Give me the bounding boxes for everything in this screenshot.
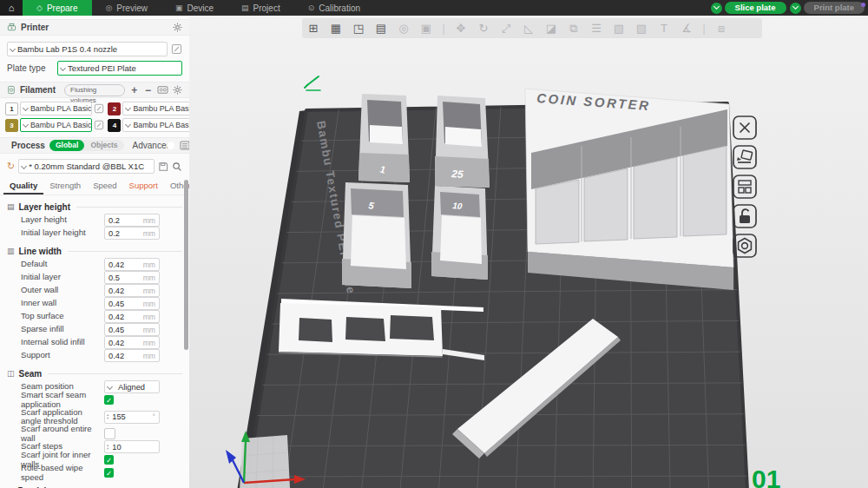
home-button[interactable]: ⌂ — [0, 0, 23, 16]
printer-settings-gear-icon[interactable] — [173, 23, 182, 32]
setting-row: Default0.42mm — [0, 258, 189, 271]
filament-dropdown[interactable]: Bambu PLA Basic — [20, 118, 92, 132]
cut-icon[interactable]: ◪ — [540, 22, 562, 35]
model-coin-bin-25[interactable]: 25 — [435, 96, 490, 188]
process-section-header[interactable]: Process Global Objects Advanced — [0, 137, 189, 154]
print-dropdown-button[interactable] — [790, 3, 801, 14]
value-input[interactable]: 0.42mm — [104, 284, 160, 297]
auto-orient-icon[interactable]: ◳ — [347, 22, 370, 35]
process-tab-support[interactable]: Support — [123, 178, 164, 195]
process-tab-strength[interactable]: Strength — [43, 178, 87, 195]
tab-label: Project — [253, 3, 280, 13]
orient-all-button[interactable] — [731, 143, 759, 170]
filament-color-chip[interactable]: 3 — [5, 119, 18, 132]
edit-plate-name-icon[interactable] — [305, 76, 320, 90]
delete-plate-button[interactable] — [731, 114, 759, 141]
3d-scene[interactable]: Bambu Textured PEI Plate 1 25 — [189, 16, 868, 488]
variable-layer-height-icon[interactable]: ☰ — [585, 22, 608, 35]
tab-calibration[interactable]: ⊙Calibration — [294, 0, 374, 16]
assembly-view-icon[interactable]: ⧈ — [710, 22, 733, 36]
process-tab-speed[interactable]: Speed — [87, 178, 122, 195]
filament-color-chip[interactable]: 2 — [108, 102, 121, 115]
edit-filament-icon[interactable] — [94, 103, 104, 114]
lay-on-face-icon[interactable]: ◺ — [517, 22, 540, 35]
add-plate-icon[interactable]: ▦ — [325, 22, 347, 35]
value-input[interactable]: 0.42mm — [104, 310, 160, 323]
value-input[interactable]: 0.42mm — [104, 258, 160, 271]
rotate-icon[interactable]: ↻ — [472, 22, 495, 35]
slice-plate-button[interactable]: Slice plate — [725, 2, 786, 14]
value-input[interactable]: 0.2mm — [104, 214, 160, 227]
3d-viewport[interactable]: ⊞▦◳▤◎▣|✥↻⤢◺◪⧉☰▧▨T∡|⧈ Bambu Textured PEI … — [189, 16, 868, 488]
group-header-seam[interactable]: ◫Seam — [0, 366, 189, 380]
edit-printer-preset-icon[interactable] — [171, 43, 182, 55]
value-input[interactable]: 0.45mm — [104, 297, 160, 310]
add-filament-button[interactable]: + — [129, 84, 139, 96]
arrange-icon[interactable]: ▤ — [370, 22, 392, 35]
printer-section-header[interactable]: Printer — [0, 19, 189, 36]
remove-filament-button[interactable]: − — [143, 84, 153, 96]
scope-objects[interactable]: Objects — [84, 140, 123, 151]
tab-device[interactable]: ▣Device — [161, 0, 227, 16]
filament-color-chip[interactable]: 1 — [5, 102, 18, 115]
ams-sync-icon[interactable] — [157, 85, 168, 95]
model-coin-bin-10[interactable]: 10 — [431, 186, 488, 280]
scale-icon[interactable]: ⤢ — [495, 22, 517, 36]
move-icon[interactable]: ✥ — [450, 22, 472, 35]
model-coin-bin-1[interactable]: 1 — [358, 94, 410, 182]
value-input[interactable]: 0.45mm — [104, 323, 160, 336]
add-model-icon[interactable]: ⊞ — [302, 22, 325, 35]
color-paint-icon[interactable]: ▨ — [630, 22, 653, 35]
setting-value: 0.2 — [105, 229, 143, 238]
filament-dropdown[interactable]: Bambu PLA Basic — [122, 118, 190, 132]
value-input[interactable]: 0.5mm — [104, 271, 160, 284]
filament-section-header[interactable]: Filament Flushing volumes + − — [0, 82, 189, 98]
plate-settings-button[interactable] — [731, 232, 759, 259]
checkbox[interactable] — [104, 428, 115, 439]
plate-type-dropdown[interactable]: Textured PEI Plate — [57, 61, 182, 76]
print-plate-button[interactable]: Print plate — [804, 2, 865, 14]
filament-dropdown[interactable]: Bambu PLA Basic — [20, 102, 92, 115]
process-preset-dropdown[interactable]: * 0.20mm Standard @BBL X1C — [18, 159, 155, 174]
value-input[interactable]: 0.2mm — [104, 227, 160, 240]
sidebar-scrollbar[interactable] — [184, 180, 188, 350]
value-input[interactable]: ▴▾10 — [104, 440, 160, 453]
split-to-objects-icon[interactable]: ◎ — [392, 22, 415, 35]
lock-plate-button[interactable] — [731, 202, 759, 229]
model-coin-sorter[interactable]: COIN SORTER — [525, 89, 733, 290]
model-coin-bin-5[interactable]: 5 — [342, 182, 411, 288]
setting-unit: mm — [143, 326, 159, 334]
tab-project[interactable]: ▤Project — [227, 0, 294, 16]
filament-color-chip[interactable]: 4 — [108, 119, 121, 132]
dropdown[interactable]: Aligned — [104, 380, 160, 393]
value-input[interactable]: ▴▾155° — [104, 411, 160, 424]
tab-prepare[interactable]: ◇Prepare — [23, 0, 92, 16]
checkbox[interactable]: ✓ — [104, 455, 114, 465]
arrange-plate-button[interactable] — [731, 173, 759, 200]
slice-dropdown-button[interactable] — [711, 3, 722, 14]
group-header-layer-height[interactable]: ▤Layer height — [0, 200, 189, 214]
filament-settings-gear-icon[interactable] — [173, 85, 182, 95]
refresh-preset-icon[interactable]: ↻ — [7, 161, 15, 172]
split-to-parts-icon[interactable]: ▣ — [415, 22, 437, 35]
value-input[interactable]: 0.42mm — [104, 349, 160, 362]
tab-preview[interactable]: ◎Preview — [92, 0, 161, 16]
edit-filament-icon[interactable] — [94, 120, 104, 130]
measure-icon[interactable]: ∡ — [675, 22, 698, 35]
group-header-line-width[interactable]: ▥Line width — [0, 244, 189, 258]
flushing-volumes-button[interactable]: Flushing volumes — [64, 84, 125, 96]
support-paint-icon[interactable]: ▧ — [608, 22, 630, 35]
printer-preset-dropdown[interactable]: Bambu Lab P1S 0.4 nozzle — [7, 42, 168, 56]
value-input[interactable]: 0.42mm — [104, 336, 160, 349]
mesh-boolean-icon[interactable]: ⧉ — [562, 22, 585, 36]
process-tab-quality[interactable]: Quality — [3, 178, 43, 195]
search-icon[interactable] — [172, 162, 182, 172]
checkbox[interactable]: ✓ — [104, 395, 114, 405]
text-tool-icon[interactable]: T — [653, 22, 675, 35]
checkbox[interactable]: ✓ — [104, 468, 114, 478]
save-preset-icon[interactable] — [158, 162, 168, 172]
filament-dropdown[interactable]: Bambu PLA Basic — [122, 102, 190, 115]
scope-global[interactable]: Global — [49, 140, 84, 151]
setting-unit: mm — [143, 287, 159, 295]
group-header-precision[interactable]: ⊕Precision — [0, 484, 189, 488]
